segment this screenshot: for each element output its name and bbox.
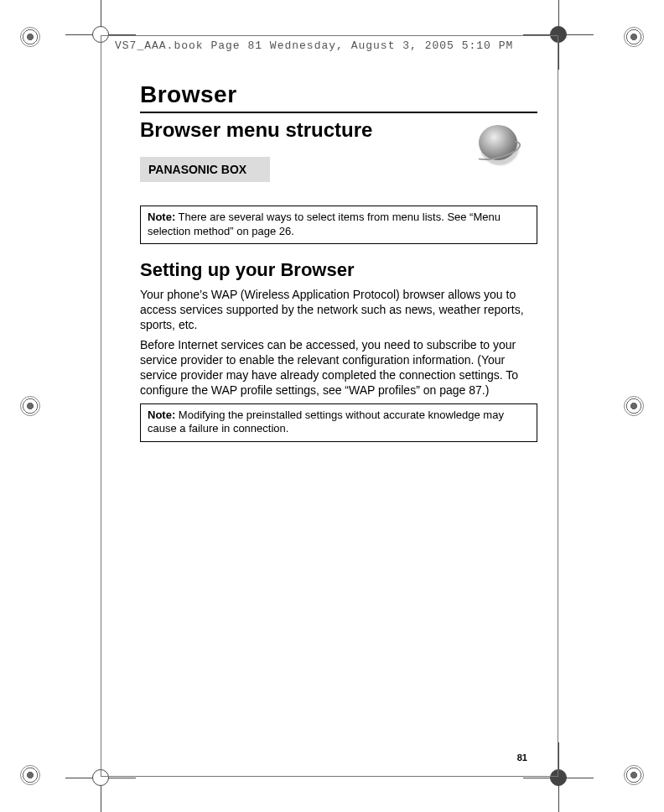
body-paragraph: Your phone’s WAP (Wireless Application P… — [140, 288, 527, 333]
panasonic-box-label: PANASONIC BOX — [140, 157, 270, 182]
registration-mark-icon — [20, 396, 40, 416]
note-label: Note: — [148, 211, 175, 223]
page-content: Browser Browser menu structure PANASONIC… — [140, 81, 537, 457]
note-label: Note: — [148, 409, 175, 421]
registration-mark-icon — [20, 765, 40, 785]
note-box: Note: Modifying the preinstalled setting… — [140, 403, 537, 442]
chapter-title: Browser — [140, 81, 537, 108]
section-subtitle: Browser menu structure — [140, 118, 537, 142]
section-heading: Setting up your Browser — [140, 259, 537, 281]
running-header: VS7_AAA.book Page 81 Wednesday, August 3… — [115, 39, 544, 52]
registration-mark-icon — [20, 27, 40, 47]
page-number: 81 — [517, 752, 527, 763]
note-text: There are several ways to select items f… — [148, 211, 501, 237]
registration-mark-icon — [624, 765, 644, 785]
note-text: Modifying the preinstalled settings with… — [148, 409, 504, 435]
page-frame: VS7_AAA.book Page 81 Wednesday, August 3… — [101, 35, 558, 777]
registration-mark-icon — [624, 396, 644, 416]
registration-mark-icon — [624, 27, 644, 47]
title-rule — [140, 112, 537, 113]
globe-icon — [479, 125, 517, 160]
body-paragraph: Before Internet services can be accessed… — [140, 338, 527, 398]
note-box: Note: There are several ways to select i… — [140, 206, 537, 244]
